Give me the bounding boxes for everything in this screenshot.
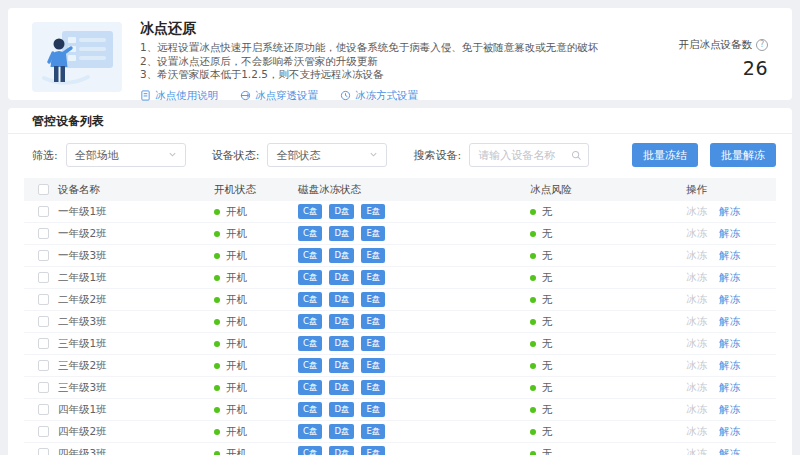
unfreeze-link[interactable]: 解冻 xyxy=(719,271,740,285)
freeze-link[interactable]: 冰冻 xyxy=(686,337,707,351)
disk-badge[interactable]: E盘 xyxy=(361,314,385,329)
row-checkbox[interactable] xyxy=(38,228,49,239)
disk-badge[interactable]: D盘 xyxy=(329,314,354,329)
device-name: 一年级3班 xyxy=(58,249,214,263)
disk-badge[interactable]: C盘 xyxy=(298,204,322,219)
disk-badge[interactable]: E盘 xyxy=(361,358,385,373)
freeze-link[interactable]: 冰冻 xyxy=(686,425,707,439)
disk-badge[interactable]: C盘 xyxy=(298,358,322,373)
disk-badge[interactable]: E盘 xyxy=(361,226,385,241)
device-search-input[interactable] xyxy=(478,149,571,162)
disk-badge[interactable]: E盘 xyxy=(361,336,385,351)
row-checkbox[interactable] xyxy=(38,404,49,415)
disk-badges: C盘D盘E盘 xyxy=(298,248,530,263)
unfreeze-link[interactable]: 解冻 xyxy=(719,447,740,455)
unfreeze-link[interactable]: 解冻 xyxy=(719,205,740,219)
unfreeze-link[interactable]: 解冻 xyxy=(719,425,740,439)
disk-badge[interactable]: D盘 xyxy=(329,270,354,285)
row-checkbox[interactable] xyxy=(38,382,49,393)
status-filter-select[interactable]: 全部状态 xyxy=(267,143,387,167)
disk-badge[interactable]: E盘 xyxy=(361,380,385,395)
freeze-link[interactable]: 冰冻 xyxy=(686,359,707,373)
row-checkbox[interactable] xyxy=(38,426,49,437)
disk-badge[interactable]: C盘 xyxy=(298,402,322,417)
disk-badge[interactable]: C盘 xyxy=(298,336,322,351)
power-on-dot xyxy=(214,209,220,215)
freeze-usage-guide-link[interactable]: 冰点使用说明 xyxy=(140,89,218,103)
site-filter-select[interactable]: 全部场地 xyxy=(66,143,186,167)
disk-badge[interactable]: E盘 xyxy=(361,248,385,263)
disk-badge[interactable]: E盘 xyxy=(361,270,385,285)
disk-badge[interactable]: C盘 xyxy=(298,314,322,329)
unfreeze-link[interactable]: 解冻 xyxy=(719,337,740,351)
help-icon[interactable]: ? xyxy=(756,39,768,51)
disk-badge[interactable]: D盘 xyxy=(329,358,354,373)
disk-badge[interactable]: D盘 xyxy=(329,292,354,307)
disk-badge[interactable]: E盘 xyxy=(361,402,385,417)
unfreeze-link[interactable]: 解冻 xyxy=(719,249,740,263)
unfreeze-link[interactable]: 解冻 xyxy=(719,293,740,307)
chevron-down-icon xyxy=(168,149,177,162)
table-row: 四年级1班 开机 C盘D盘E盘 无 冰冻 解冻 xyxy=(24,399,776,421)
disk-badges: C盘D盘E盘 xyxy=(298,270,530,285)
list-title: 管控设备列表 xyxy=(8,108,792,134)
disk-badge[interactable]: D盘 xyxy=(329,248,354,263)
risk-label: 无 xyxy=(542,271,553,285)
unfreeze-link[interactable]: 解冻 xyxy=(719,403,740,417)
disk-badge[interactable]: D盘 xyxy=(329,380,354,395)
freeze-link[interactable]: 冰冻 xyxy=(686,403,707,417)
disk-badge[interactable]: C盘 xyxy=(298,248,322,263)
unfreeze-link[interactable]: 解冻 xyxy=(719,315,740,329)
row-checkbox[interactable] xyxy=(38,206,49,217)
disk-badge[interactable]: C盘 xyxy=(298,226,322,241)
disk-badge[interactable]: D盘 xyxy=(329,226,354,241)
select-all-checkbox[interactable] xyxy=(38,184,49,195)
risk-none-dot xyxy=(530,319,536,325)
unfreeze-link[interactable]: 解冻 xyxy=(719,381,740,395)
freeze-link[interactable]: 冰冻 xyxy=(686,249,707,263)
freeze-mode-settings-link[interactable]: 冰冻方式设置 xyxy=(340,89,418,103)
disk-badge[interactable]: C盘 xyxy=(298,424,322,439)
disk-badge[interactable]: D盘 xyxy=(329,446,354,455)
disk-badge[interactable]: D盘 xyxy=(329,336,354,351)
stat-value: 26 xyxy=(679,57,769,79)
freeze-link[interactable]: 冰冻 xyxy=(686,205,707,219)
row-checkbox[interactable] xyxy=(38,294,49,305)
table-row: 四年级3班 开机 C盘D盘E盘 无 冰冻 解冻 xyxy=(24,443,776,455)
table-row: 三年级2班 开机 C盘D盘E盘 无 冰冻 解冻 xyxy=(24,355,776,377)
freeze-link[interactable]: 冰冻 xyxy=(686,293,707,307)
row-checkbox[interactable] xyxy=(38,250,49,261)
disk-badge[interactable]: E盘 xyxy=(361,292,385,307)
risk-label: 无 xyxy=(542,359,553,373)
batch-unfreeze-button[interactable]: 批量解冻 xyxy=(710,143,776,167)
link-label: 冰点穿透设置 xyxy=(255,89,318,103)
freeze-link[interactable]: 冰冻 xyxy=(686,271,707,285)
freeze-link[interactable]: 冰冻 xyxy=(686,227,707,241)
device-search-box[interactable] xyxy=(469,143,589,167)
row-checkbox[interactable] xyxy=(38,360,49,371)
freeze-link[interactable]: 冰冻 xyxy=(686,381,707,395)
disk-badge[interactable]: C盘 xyxy=(298,446,322,455)
disk-badge[interactable]: D盘 xyxy=(329,204,354,219)
unfreeze-link[interactable]: 解冻 xyxy=(719,227,740,241)
risk-label: 无 xyxy=(542,205,553,219)
row-checkbox[interactable] xyxy=(38,338,49,349)
freeze-penetrate-settings-link[interactable]: 冰点穿透设置 xyxy=(240,89,318,103)
disk-badge[interactable]: E盘 xyxy=(361,446,385,455)
disk-badge[interactable]: E盘 xyxy=(361,204,385,219)
row-checkbox[interactable] xyxy=(38,316,49,327)
disk-badge[interactable]: C盘 xyxy=(298,380,322,395)
device-name: 三年级2班 xyxy=(58,359,214,373)
disk-badge[interactable]: C盘 xyxy=(298,292,322,307)
search-icon[interactable] xyxy=(571,146,582,165)
row-checkbox[interactable] xyxy=(38,272,49,283)
disk-badge[interactable]: C盘 xyxy=(298,270,322,285)
batch-freeze-button[interactable]: 批量冻结 xyxy=(632,143,698,167)
freeze-link[interactable]: 冰冻 xyxy=(686,315,707,329)
freeze-link[interactable]: 冰冻 xyxy=(686,447,707,455)
disk-badge[interactable]: E盘 xyxy=(361,424,385,439)
disk-badge[interactable]: D盘 xyxy=(329,402,354,417)
row-checkbox[interactable] xyxy=(38,448,49,455)
disk-badge[interactable]: D盘 xyxy=(329,424,354,439)
unfreeze-link[interactable]: 解冻 xyxy=(719,359,740,373)
